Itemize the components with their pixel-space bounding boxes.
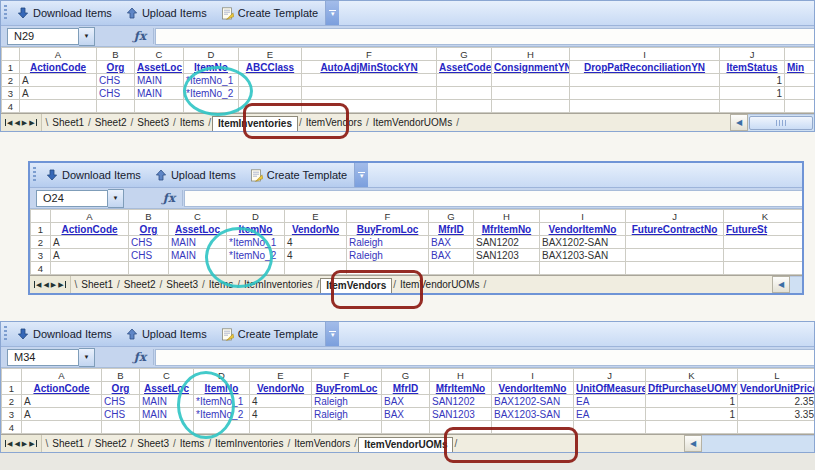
- row-header-3[interactable]: 3: [31, 249, 51, 262]
- formula-bar-input[interactable]: [184, 190, 802, 207]
- column-header-K[interactable]: K: [724, 210, 805, 223]
- cell-I3[interactable]: [570, 87, 720, 100]
- column-header-J[interactable]: J: [626, 210, 724, 223]
- cell-J2[interactable]: 1: [720, 74, 785, 87]
- sheet-tab-Sheet2[interactable]: Sheet2: [92, 117, 130, 128]
- tab-prev-button[interactable]: ◀: [43, 281, 48, 288]
- cell-G2[interactable]: BAX: [429, 236, 474, 249]
- column-header-F[interactable]: F: [302, 48, 437, 61]
- cell-J2[interactable]: [626, 236, 724, 249]
- column-header-B[interactable]: B: [129, 210, 169, 223]
- sheet-tab-ItemInventories[interactable]: ItemInventories: [212, 438, 286, 449]
- cell-H4[interactable]: [474, 262, 540, 275]
- cell-C2[interactable]: MAIN: [135, 74, 184, 87]
- sheet-tab-Items[interactable]: Items: [177, 438, 207, 449]
- sheet-tab-Items[interactable]: Items: [177, 117, 207, 128]
- cell-G3[interactable]: [437, 87, 492, 100]
- cell-A3[interactable]: A: [51, 249, 129, 262]
- cell-G3[interactable]: BAX: [429, 249, 474, 262]
- row-header-2[interactable]: 2: [2, 395, 22, 408]
- cell-J3[interactable]: 1: [720, 87, 785, 100]
- h-scroll-left-button[interactable]: ◀: [730, 114, 748, 131]
- toolbar-drag-handle[interactable]: [33, 167, 36, 183]
- tab-first-button[interactable]: ◀: [5, 440, 12, 447]
- column-header-A[interactable]: A: [51, 210, 129, 223]
- cell-E2[interactable]: 4: [250, 395, 312, 408]
- cell-X2[interactable]: [785, 74, 815, 87]
- column-header-B[interactable]: B: [97, 48, 135, 61]
- formula-bar-input[interactable]: [155, 28, 814, 45]
- column-header-G[interactable]: G: [429, 210, 474, 223]
- cell-J3[interactable]: EA: [574, 408, 646, 421]
- cell-G4[interactable]: [382, 421, 430, 434]
- cell-F3[interactable]: [302, 87, 437, 100]
- h-scroll-thumb[interactable]: [749, 116, 813, 130]
- column-header-J[interactable]: J: [720, 48, 785, 61]
- cell-I3[interactable]: BAX1203-SAN: [492, 408, 574, 421]
- cell-A4[interactable]: [51, 262, 129, 275]
- cell-B3[interactable]: CHS: [129, 249, 169, 262]
- column-header-E[interactable]: E: [239, 48, 302, 61]
- sheet-tab-Sheet1[interactable]: Sheet1: [49, 438, 87, 449]
- sheet-tab-Sheet2[interactable]: Sheet2: [92, 438, 130, 449]
- cell-J2[interactable]: EA: [574, 395, 646, 408]
- cell-F3[interactable]: Raleigh: [347, 249, 429, 262]
- cell-A4[interactable]: [22, 421, 102, 434]
- sheet-tab-Sheet1[interactable]: Sheet1: [49, 117, 87, 128]
- cell-I2[interactable]: BAX1202-SAN: [492, 395, 574, 408]
- cell-K3[interactable]: [724, 249, 805, 262]
- cell-G4[interactable]: [437, 100, 492, 113]
- toolbar-options-button[interactable]: ▼: [325, 322, 339, 346]
- sheet-tab-ItemVendorUOMs[interactable]: ItemVendorUOMs: [358, 437, 453, 452]
- column-header-C[interactable]: C: [169, 210, 227, 223]
- cell-F4[interactable]: [312, 421, 382, 434]
- cell-G2[interactable]: [437, 74, 492, 87]
- create-template-button[interactable]: Create Template: [214, 1, 326, 25]
- column-header-A[interactable]: A: [20, 48, 97, 61]
- cell-K2[interactable]: [724, 236, 805, 249]
- cell-I2[interactable]: BAX1202-SAN: [540, 236, 626, 249]
- cell-J3[interactable]: [626, 249, 724, 262]
- column-header-K[interactable]: K: [646, 369, 738, 382]
- insert-function-button[interactable]: ƒx: [127, 349, 154, 365]
- cell-L2[interactable]: 2.35: [738, 395, 815, 408]
- column-header-H[interactable]: H: [492, 48, 570, 61]
- row-header-3[interactable]: 3: [2, 87, 20, 100]
- sheet-tab-Sheet2[interactable]: Sheet2: [121, 279, 159, 290]
- row-header-1[interactable]: 1: [2, 382, 22, 395]
- upload-items-button[interactable]: Upload Items: [119, 1, 214, 25]
- cell-B3[interactable]: CHS: [102, 408, 140, 421]
- column-header-I[interactable]: I: [570, 48, 720, 61]
- cell-G4[interactable]: [429, 262, 474, 275]
- download-items-button[interactable]: Download Items: [39, 163, 148, 187]
- h-scroll-track[interactable]: [748, 114, 814, 131]
- cell-A2[interactable]: A: [20, 74, 97, 87]
- cell-E3[interactable]: 4: [250, 408, 312, 421]
- column-header-B[interactable]: B: [102, 369, 140, 382]
- tab-first-button[interactable]: ◀: [34, 281, 41, 288]
- tab-next-button[interactable]: ▶: [22, 440, 27, 447]
- row-header-2[interactable]: 2: [2, 74, 20, 87]
- cell-J4[interactable]: [574, 421, 646, 434]
- cell-name-box[interactable]: O24: [36, 190, 108, 207]
- column-header-F[interactable]: F: [312, 369, 382, 382]
- cell-G3[interactable]: BAX: [382, 408, 430, 421]
- cell-H2[interactable]: SAN1202: [430, 395, 492, 408]
- sheet-tab-Sheet3[interactable]: Sheet3: [134, 117, 172, 128]
- select-all-corner[interactable]: [31, 210, 51, 223]
- row-header-4[interactable]: 4: [31, 262, 51, 275]
- create-template-button[interactable]: Create Template: [214, 322, 326, 346]
- cell-H3[interactable]: SAN1203: [474, 249, 540, 262]
- upload-items-button[interactable]: Upload Items: [148, 163, 243, 187]
- column-header-L[interactable]: L: [738, 369, 815, 382]
- cell-G2[interactable]: BAX: [382, 395, 430, 408]
- cell-I4[interactable]: [570, 100, 720, 113]
- cell-F2[interactable]: Raleigh: [347, 236, 429, 249]
- cell-B3[interactable]: CHS: [97, 87, 135, 100]
- column-header-F[interactable]: F: [347, 210, 429, 223]
- cell-E2[interactable]: 4: [285, 236, 347, 249]
- h-scroll-track[interactable]: [790, 276, 802, 293]
- cell-C3[interactable]: MAIN: [135, 87, 184, 100]
- cell-name-box[interactable]: N29: [7, 28, 79, 45]
- tab-next-button[interactable]: ▶: [51, 281, 56, 288]
